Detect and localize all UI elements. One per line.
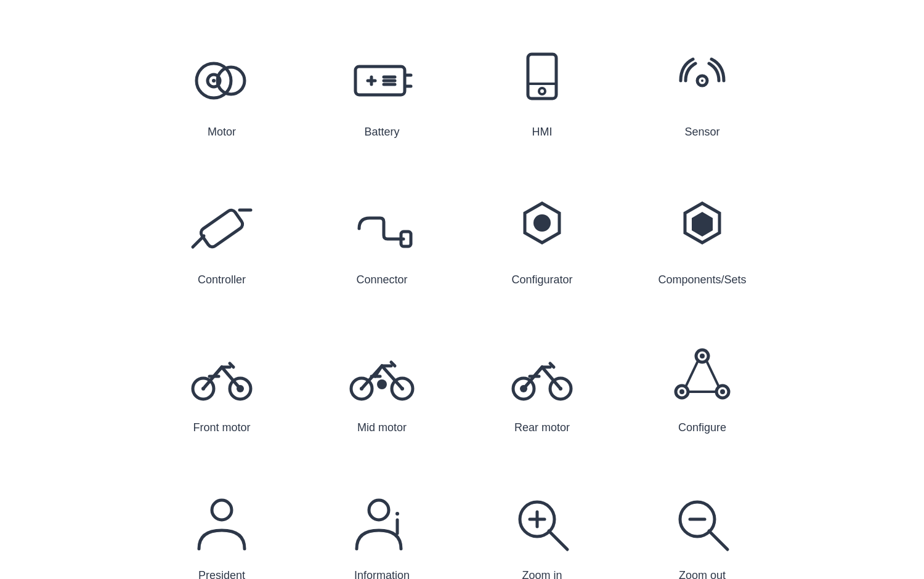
icon-cell-mid-motor[interactable]: Mid motor (320, 320, 444, 456)
icon-cell-president[interactable]: President (160, 468, 283, 579)
information-icon (348, 490, 416, 558)
svg-line-70 (549, 531, 567, 549)
svg-line-59 (686, 361, 698, 387)
sensor-icon (668, 47, 736, 115)
zoom-in-label: Zoom in (522, 569, 562, 580)
front-motor-icon (188, 342, 256, 410)
icon-cell-zoom-in[interactable]: Zoom in (480, 468, 604, 579)
svg-point-14 (539, 88, 545, 94)
icon-cell-battery[interactable]: Battery (320, 25, 444, 160)
svg-point-66 (369, 500, 389, 520)
svg-point-65 (212, 500, 232, 520)
icon-cell-configurator[interactable]: Configurator (480, 172, 604, 308)
svg-rect-12 (528, 54, 556, 99)
icon-cell-motor[interactable]: Motor (160, 25, 283, 160)
mid-motor-icon (348, 342, 416, 410)
icon-cell-configure[interactable]: Configure (641, 320, 764, 456)
svg-line-74 (709, 531, 727, 549)
rear-motor-label: Rear motor (514, 421, 570, 434)
zoom-out-icon (668, 490, 736, 558)
zoom-in-icon (508, 490, 576, 558)
hmi-label: HMI (532, 126, 553, 139)
svg-marker-24 (692, 212, 713, 237)
icon-cell-components-sets[interactable]: Components/Sets (641, 172, 764, 308)
president-icon (188, 490, 256, 558)
components-sets-label: Components/Sets (658, 273, 746, 286)
zoom-out-label: Zoom out (679, 569, 726, 580)
front-motor-label: Front motor (193, 421, 250, 434)
configure-label: Configure (678, 421, 726, 434)
components-sets-icon (668, 195, 736, 262)
svg-point-39 (377, 379, 387, 389)
icon-cell-controller[interactable]: Controller (160, 172, 283, 308)
svg-point-2 (212, 79, 216, 83)
icon-cell-rear-motor[interactable]: Rear motor (480, 320, 604, 456)
rear-motor-icon (508, 342, 576, 410)
icon-cell-hmi[interactable]: HMI (480, 25, 604, 160)
icon-cell-information[interactable]: Information (320, 468, 444, 579)
svg-point-64 (720, 389, 725, 394)
controller-icon (188, 195, 256, 262)
svg-point-16 (701, 79, 703, 82)
svg-rect-4 (355, 67, 405, 95)
icon-cell-sensor[interactable]: Sensor (641, 25, 764, 160)
connector-icon (348, 195, 416, 262)
sensor-label: Sensor (684, 126, 719, 139)
information-label: Information (354, 569, 410, 580)
svg-rect-20 (401, 232, 411, 246)
svg-point-63 (679, 389, 684, 394)
connector-label: Connector (356, 273, 407, 286)
svg-point-22 (533, 214, 551, 232)
battery-icon (348, 47, 416, 115)
controller-label: Controller (198, 273, 246, 286)
motor-icon (188, 47, 256, 115)
configurator-label: Configurator (511, 273, 572, 286)
icon-cell-connector[interactable]: Connector (320, 172, 444, 308)
svg-line-60 (707, 361, 719, 387)
configure-icon (668, 342, 736, 410)
svg-point-62 (700, 354, 705, 358)
configurator-icon (508, 195, 576, 262)
president-label: President (198, 569, 245, 580)
icon-grid: Motor Battery HMI (136, 0, 788, 579)
svg-line-18 (193, 236, 204, 247)
battery-label: Battery (364, 126, 399, 139)
mid-motor-label: Mid motor (357, 421, 407, 434)
icon-cell-zoom-out[interactable]: Zoom out (641, 468, 764, 579)
svg-point-67 (395, 512, 399, 516)
icon-cell-front-motor[interactable]: Front motor (160, 320, 283, 456)
hmi-icon (508, 47, 576, 115)
svg-rect-17 (199, 208, 245, 249)
motor-label: Motor (208, 126, 236, 139)
